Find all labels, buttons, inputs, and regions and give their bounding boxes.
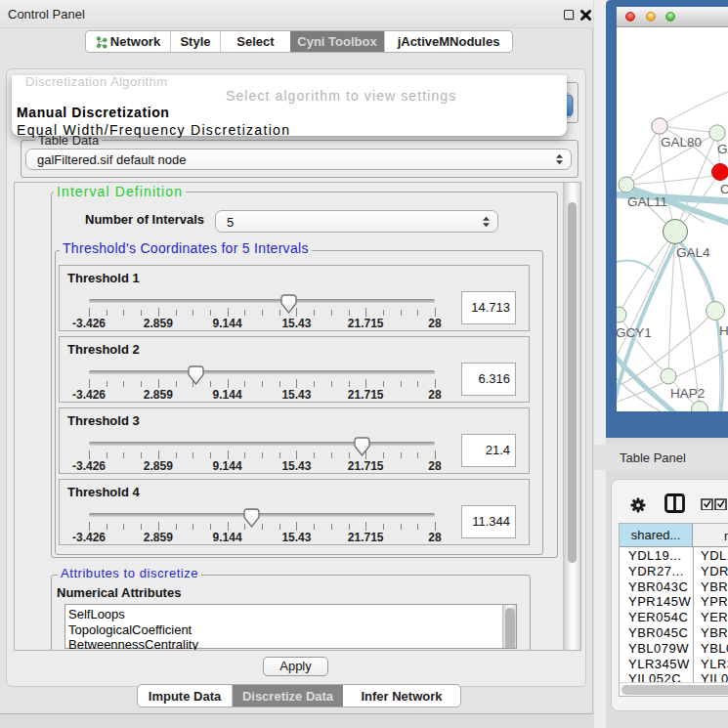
- svg-text:HAP2: HAP2: [670, 386, 705, 401]
- svg-text:GAL4: GAL4: [676, 245, 710, 260]
- svg-text:GAL11: GAL11: [627, 194, 667, 209]
- svg-text:H: H: [719, 323, 728, 338]
- svg-text:C: C: [720, 182, 728, 196]
- svg-text:GA: GA: [717, 142, 728, 156]
- svg-text:GCY1: GCY1: [617, 325, 652, 340]
- svg-text:GAL80: GAL80: [661, 135, 702, 150]
